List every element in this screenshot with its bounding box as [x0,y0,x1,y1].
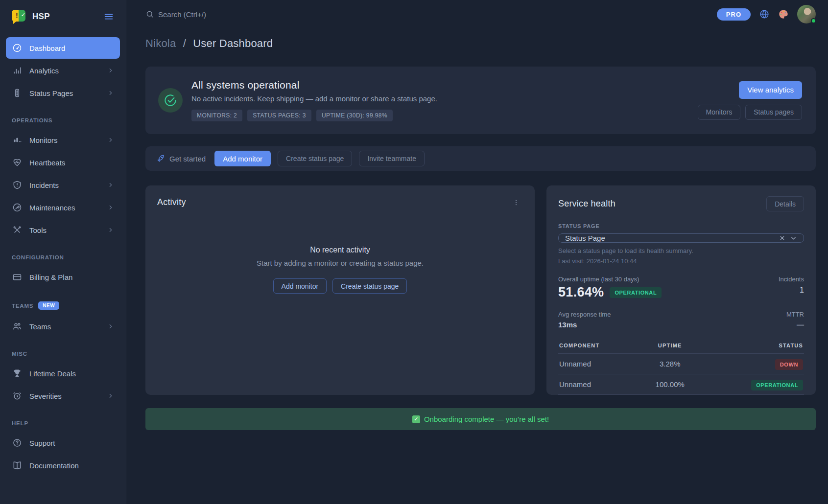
new-badge: NEW [38,301,59,310]
chevron-right-icon [107,90,114,96]
incidents-label: Incidents [779,275,804,283]
topbar-right: PRO [717,5,816,23]
details-button[interactable]: Details [766,196,804,211]
kebab-menu-icon[interactable] [509,198,523,207]
help-circle-icon [12,437,23,448]
traffic-light-icon [12,88,23,98]
sidebar-section-teams: TEAMS NEW [0,289,126,315]
logo-check-glyph: ✓ [21,12,25,18]
topbar: PRO [145,0,816,28]
avg-response-value: 13ms [558,321,611,329]
sidebar-item-lifetime-deals[interactable]: Lifetime Deals [6,363,120,384]
monitors-button[interactable]: Monitors [698,105,741,120]
sidebar-item-label: Incidents [29,181,107,189]
alarm-clock-icon [12,390,23,401]
system-status-hero: All systems operational No active incide… [145,67,816,134]
logo-row: ! ✓ HSP [0,7,126,32]
sidebar-item-billing[interactable]: Billing & Plan [6,266,120,288]
breadcrumb: Nikola / User Dashboard [145,37,816,50]
status-page-field-label: STATUS PAGE [558,223,804,229]
uptime-column-header: UPTIME [640,339,700,354]
sidebar-item-status-pages[interactable]: Status Pages [6,82,120,104]
hamburger-menu-icon[interactable] [102,10,115,23]
sidebar: ! ✓ HSP Dashboard Analytics Status Pages [0,0,126,504]
online-status-dot [811,18,816,23]
tools-icon [12,225,23,235]
onboarding-banner: ✓ Onboarding complete — you’re all set! [145,408,816,430]
sidebar-item-tools[interactable]: Tools [6,219,120,241]
view-analytics-button[interactable]: View analytics [739,81,802,99]
sidebar-item-label: Lifetime Deals [29,369,114,378]
shield-alert-icon [12,180,23,190]
sidebar-item-documentation[interactable]: Documentation [6,455,120,476]
create-status-page-button[interactable]: Create status page [278,151,352,166]
table-row: Unnamed 3.28% DOWN [558,354,804,374]
logo-exclamation-glyph: ! [16,11,18,19]
search-icon [145,10,154,19]
sidebar-item-teams[interactable]: Teams [6,316,120,337]
down-status-badge: DOWN [775,359,803,370]
sidebar-item-maintenances[interactable]: Maintenances [6,197,120,218]
sidebar-item-severities[interactable]: Severities [6,385,120,407]
sidebar-item-monitors[interactable]: Monitors [6,129,120,151]
uptime-badge: UPTIME (30D): 99.98% [316,110,393,121]
chevron-down-icon[interactable] [790,234,797,242]
pro-badge[interactable]: PRO [717,8,751,21]
chevron-right-icon [107,204,114,211]
check-circle-icon [158,88,183,113]
chevron-right-icon [107,182,114,188]
globe-icon[interactable] [759,9,770,20]
dashboard-cards: Activity No recent activity Start by add… [145,185,816,395]
operational-status-badge: OPERATIONAL [751,380,803,390]
activity-title: Activity [157,197,186,207]
breadcrumb-separator: / [183,37,186,49]
sidebar-item-heartbeats[interactable]: Heartbeats [6,152,120,173]
search-input[interactable] [158,10,315,19]
response-stats-row: Avg response time 13ms MTTR — [558,311,804,329]
hero-text: All systems operational No active incide… [191,79,698,121]
page-title: User Dashboard [193,37,273,49]
app-logo-icon: ! ✓ [12,10,26,23]
operational-status-badge: OPERATIONAL [610,287,662,298]
component-uptime: 100.00% [640,374,700,395]
empty-add-monitor-button[interactable]: Add monitor [273,278,327,294]
sidebar-item-support[interactable]: Support [6,432,120,454]
empty-state-subtitle: Start by adding a monitor or creating a … [157,259,523,267]
sidebar-section-operations: OPERATIONS [0,105,126,128]
wrench-circle-icon [12,202,23,213]
sidebar-item-analytics[interactable]: Analytics [6,60,120,81]
app-name: HSP [32,12,102,22]
sidebar-item-label: Maintenances [29,204,107,212]
overall-uptime-label: Overall uptime (last 30 days) [558,275,662,283]
onboarding-banner-text: Onboarding complete — you’re all set! [424,415,549,423]
status-page-select[interactable]: Status Page [558,233,804,243]
user-avatar[interactable] [797,5,816,23]
overall-uptime-value: 51.64% [558,285,604,300]
mttr-value: — [786,321,804,329]
sidebar-item-incidents[interactable]: Incidents [6,174,120,196]
sidebar-section-help: HELP [0,408,126,431]
uptime-stats-row: Overall uptime (last 30 days) 51.64% OPE… [558,275,804,300]
users-icon [12,321,23,332]
sidebar-item-label: Tools [29,226,107,234]
clear-selection-icon[interactable] [779,235,785,241]
search-box[interactable] [145,10,717,19]
breadcrumb-parent[interactable]: Nikola [145,37,176,49]
select-helper-text: Select a status page to load its health … [558,247,804,254]
avg-response-label: Avg response time [558,311,611,318]
sidebar-nav: Dashboard Analytics Status Pages OPERATI… [0,32,126,481]
status-pages-count-badge: STATUS PAGES: 3 [247,110,311,121]
sidebar-item-label: Documentation [29,461,114,470]
status-pages-button[interactable]: Status pages [745,105,802,120]
add-monitor-button[interactable]: Add monitor [214,151,271,166]
heartbeat-icon [12,157,23,168]
service-health-title: Service health [558,199,615,209]
empty-create-status-page-button[interactable]: Create status page [332,278,407,294]
sidebar-item-dashboard[interactable]: Dashboard [6,37,120,59]
chevron-right-icon [107,227,114,233]
invite-teammate-button[interactable]: Invite teammate [359,151,425,166]
gauge-icon [12,43,23,53]
empty-state-title: No recent activity [157,246,523,254]
theme-palette-icon[interactable] [778,9,789,20]
get-started-label: Get started [156,154,206,163]
